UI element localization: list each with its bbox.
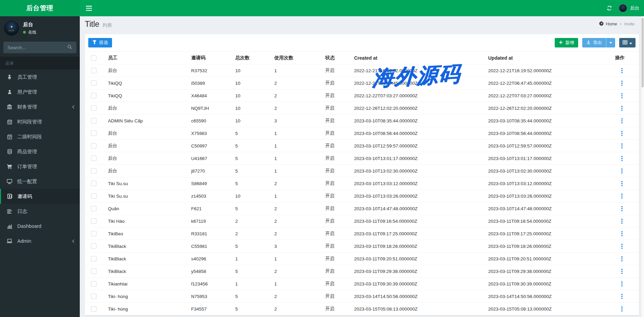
table-row: 后台j8727051开启2023-03-10T13:02:30.000000Z2… <box>85 165 639 177</box>
row-actions-button[interactable] <box>619 230 625 237</box>
row-checkbox[interactable] <box>91 281 96 286</box>
row-actions-button[interactable] <box>619 193 625 200</box>
row-checkbox[interactable] <box>91 218 96 224</box>
sidebar-item-订单管理[interactable]: 订单管理 <box>0 159 80 174</box>
cell-used: 2 <box>272 77 323 90</box>
calendar-icon <box>6 119 13 124</box>
cell-status: 开启 <box>323 303 351 315</box>
row-actions-button[interactable] <box>619 205 625 212</box>
row-checkbox[interactable] <box>91 156 96 161</box>
cell-updated: 2022-12-22T06:47:45.000000Z <box>485 77 608 90</box>
row-checkbox[interactable] <box>91 80 96 86</box>
header-status: 状态 <box>323 52 351 64</box>
row-checkbox[interactable] <box>91 294 96 299</box>
sidebar-item-时间段管理[interactable]: 时间段管理 <box>0 114 80 129</box>
topbar-username: 后台 <box>630 5 639 11</box>
bank-icon <box>6 104 13 110</box>
row-checkbox[interactable] <box>91 131 96 136</box>
select-all-checkbox[interactable] <box>91 55 96 61</box>
row-actions-button[interactable] <box>619 280 625 288</box>
row-actions-button[interactable] <box>619 80 625 87</box>
row-checkbox[interactable] <box>91 256 96 261</box>
cell-updated: 2023-03-10T08:56:44.000000Z <box>485 127 608 140</box>
topbar-user-menu[interactable]: 后台 <box>619 4 639 12</box>
row-checkbox[interactable] <box>91 269 96 274</box>
row-actions-button[interactable] <box>619 142 625 150</box>
sidebar-item-邀请码[interactable]: 邀请码 <box>0 189 80 204</box>
row-actions-button[interactable] <box>619 293 625 300</box>
row-actions-button[interactable] <box>619 180 625 187</box>
chevron-left-icon <box>72 239 75 243</box>
cell-created: 2023-03-10T12:59:57.000000Z <box>351 140 485 152</box>
row-checkbox[interactable] <box>91 243 96 249</box>
cell-updated: 2023-03-11T09:16:54.000000Z <box>485 215 608 227</box>
sidebar-item-员工管理[interactable]: 员工管理 <box>0 70 80 84</box>
row-checkbox[interactable] <box>91 68 96 73</box>
cell-status: 开启 <box>323 215 351 227</box>
user-status-label: 在线 <box>28 29 36 35</box>
row-checkbox[interactable] <box>91 168 96 174</box>
row-actions-button[interactable] <box>619 218 625 225</box>
sidebar-item-财务管理[interactable]: 财务管理 <box>0 99 80 114</box>
sidebar-item-统一配置[interactable]: 统一配置 <box>0 174 80 189</box>
sidebar-item-label: 时间段管理 <box>17 119 42 125</box>
export-button[interactable]: 导出 <box>582 38 606 47</box>
row-actions-button[interactable] <box>619 105 625 112</box>
sidebar-item-二级时间段[interactable]: 二级时间段 <box>0 129 80 144</box>
row-checkbox[interactable] <box>91 231 96 236</box>
header-updated: Updated at <box>485 52 608 64</box>
cell-updated: 2022-12-22T07:03:27.000000Z <box>485 90 608 102</box>
row-checkbox[interactable] <box>91 193 96 199</box>
table-row: Tiki- hùngN7595352开启2023-03-14T14:50:56.… <box>85 290 639 303</box>
cell-total: 10 <box>233 64 272 77</box>
row-actions-button[interactable] <box>619 155 625 162</box>
row-actions-button[interactable] <box>619 255 625 262</box>
row-actions-button[interactable] <box>619 67 625 74</box>
cell-updated: 2023-03-10T13:02:30.000000Z <box>485 165 608 177</box>
row-actions-button[interactable] <box>619 268 625 275</box>
scrollbar-thumb[interactable] <box>642 18 644 87</box>
filter-button[interactable]: 筛选 <box>88 38 112 47</box>
table-row: 后台X7598351开启2023-03-10T08:56:44.000000Z2… <box>85 127 639 140</box>
row-actions-button[interactable] <box>619 117 625 124</box>
avatar-emblem-icon: ✦ <box>10 25 13 29</box>
cell-employee: 后台 <box>105 102 188 115</box>
breadcrumb-separator: > <box>620 22 622 26</box>
table-row: 后台R37532101开启2022-12-21T16:19:52.000000Z… <box>85 64 639 77</box>
sidebar-item-用户管理[interactable]: 用户管理 <box>0 84 80 99</box>
add-button[interactable]: 新增 <box>555 38 578 47</box>
export-menu-caret[interactable] <box>606 38 615 47</box>
brand-logo[interactable]: 后台管理 <box>0 0 80 16</box>
cell-status: 开启 <box>323 265 351 278</box>
row-checkbox[interactable] <box>91 306 96 312</box>
search-icon[interactable] <box>67 44 72 51</box>
row-actions-button[interactable] <box>619 243 625 250</box>
row-checkbox[interactable] <box>91 105 96 111</box>
row-checkbox[interactable] <box>91 206 96 211</box>
columns-toggle-button[interactable] <box>619 38 636 47</box>
cell-status: 开启 <box>323 165 351 177</box>
breadcrumb-home-link[interactable]: Home <box>599 21 617 27</box>
row-actions-button[interactable] <box>619 92 625 99</box>
sidebar-item-Dashboard[interactable]: Dashboard <box>0 219 80 234</box>
row-actions-button[interactable] <box>619 305 625 313</box>
cell-total: 10 <box>233 77 272 90</box>
row-actions-button[interactable] <box>619 130 625 137</box>
row-checkbox[interactable] <box>91 118 96 123</box>
topbar-avatar <box>619 4 627 12</box>
row-checkbox[interactable] <box>91 181 96 186</box>
row-actions-button[interactable] <box>619 167 625 175</box>
row-checkbox[interactable] <box>91 143 96 148</box>
cell-used: 2 <box>272 303 323 315</box>
sidebar-item-日志[interactable]: 日志 <box>0 204 80 219</box>
hamburger-icon[interactable] <box>85 4 93 13</box>
refresh-icon[interactable] <box>607 5 612 11</box>
header-used: 使用次数 <box>272 52 323 64</box>
cell-code: N75953 <box>188 290 233 303</box>
sidebar-item-商品管理[interactable]: 商品管理 <box>0 144 80 159</box>
cell-total: 5 <box>233 127 272 140</box>
search-input[interactable]: Search... <box>3 42 76 53</box>
row-checkbox[interactable] <box>91 93 96 98</box>
sidebar-item-Admin[interactable]: Admin <box>0 234 80 249</box>
cell-total: 10 <box>233 90 272 102</box>
